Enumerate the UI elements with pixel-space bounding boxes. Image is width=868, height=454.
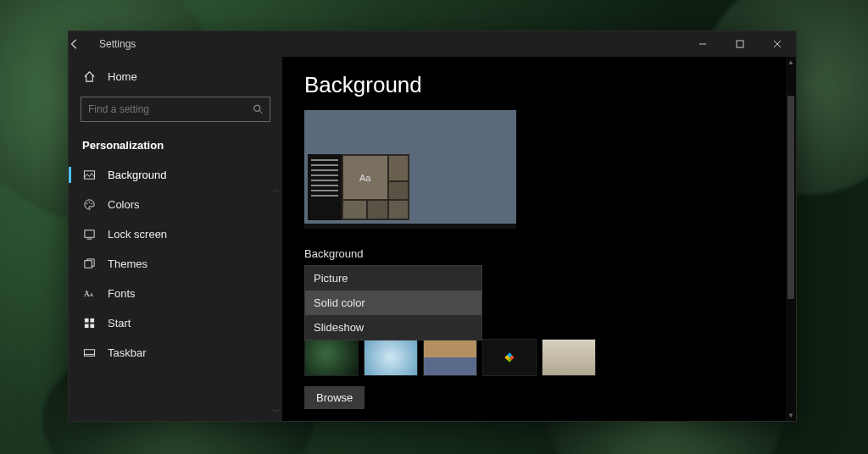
nav-label: Fonts (108, 287, 136, 300)
nav-start[interactable]: Start (69, 308, 282, 338)
sidebar: Home Personalization Background (69, 57, 282, 421)
svg-point-6 (88, 202, 90, 203)
svg-rect-13 (84, 318, 88, 323)
settings-window: Settings Home (68, 30, 797, 422)
browse-button[interactable]: Browse (304, 386, 364, 409)
lock-screen-icon (82, 228, 96, 241)
themes-icon (82, 257, 96, 270)
svg-rect-15 (84, 324, 88, 328)
recent-pictures-row (304, 339, 774, 376)
close-button[interactable] (759, 31, 796, 57)
nav-colors[interactable]: Colors (69, 190, 282, 219)
start-icon (82, 317, 96, 329)
page-heading: Background (304, 72, 774, 98)
fonts-icon: AA (82, 287, 96, 300)
picture-thumb[interactable] (423, 339, 477, 376)
svg-rect-16 (90, 324, 94, 328)
nav-fonts[interactable]: AA Fonts (69, 279, 282, 308)
sidebar-scroll-down-icon[interactable]: ﹀ (272, 406, 281, 418)
svg-rect-8 (84, 230, 93, 237)
dropdown-option-slideshow[interactable]: Slideshow (305, 315, 481, 340)
nav-label: Background (108, 169, 166, 181)
dropdown-option-solid-color[interactable]: Solid color (305, 291, 481, 315)
preview-sample-text: Aa (343, 156, 387, 199)
picture-thumb[interactable] (364, 339, 418, 376)
nav-taskbar[interactable]: Taskbar (69, 338, 282, 368)
background-field-label: Background (304, 247, 774, 260)
scroll-up-icon[interactable]: ▲ (787, 58, 794, 66)
search-input[interactable] (81, 97, 270, 122)
taskbar-icon (82, 346, 96, 359)
window-title: Settings (99, 38, 136, 50)
preview-mini-window: Aa (308, 154, 409, 220)
search-box[interactable] (81, 97, 270, 122)
nav-background[interactable]: Background (69, 160, 282, 190)
home-link[interactable]: Home (69, 62, 282, 91)
nav-label: Start (108, 317, 131, 329)
minimize-button[interactable] (684, 31, 721, 57)
svg-rect-14 (90, 318, 94, 323)
palette-icon (82, 198, 96, 211)
picture-thumb[interactable] (304, 339, 359, 376)
content-scrollbar[interactable]: ▲ ▼ (786, 57, 796, 421)
nav-label: Taskbar (108, 346, 147, 359)
svg-point-7 (91, 203, 92, 205)
scroll-down-icon[interactable]: ▼ (787, 412, 794, 419)
svg-rect-17 (84, 350, 94, 357)
picture-thumb[interactable] (482, 339, 537, 376)
svg-rect-1 (737, 41, 743, 47)
svg-text:A: A (89, 291, 93, 297)
dropdown-option-picture[interactable]: Picture (305, 266, 481, 291)
section-heading: Personalization (69, 134, 282, 160)
picture-icon (82, 169, 96, 181)
background-dropdown[interactable]: Picture Solid color Slideshow (304, 265, 482, 340)
maximize-button[interactable] (721, 31, 759, 57)
nav-label: Colors (108, 198, 140, 211)
nav-label: Themes (108, 257, 147, 270)
scroll-thumb[interactable] (787, 96, 794, 299)
nav-themes[interactable]: Themes (69, 249, 282, 279)
content-pane: Background Aa (282, 57, 796, 421)
nav-label: Lock screen (108, 228, 167, 241)
svg-rect-10 (84, 261, 91, 268)
desktop-preview: Aa (304, 110, 516, 229)
home-label: Home (108, 70, 137, 83)
svg-point-5 (86, 203, 87, 205)
back-button[interactable] (69, 38, 92, 50)
sidebar-scroll-up-icon[interactable]: ︿ (272, 184, 281, 196)
picture-thumb[interactable] (542, 339, 596, 376)
home-icon (82, 70, 96, 83)
titlebar: Settings (69, 31, 796, 57)
nav-lock-screen[interactable]: Lock screen (69, 219, 282, 249)
